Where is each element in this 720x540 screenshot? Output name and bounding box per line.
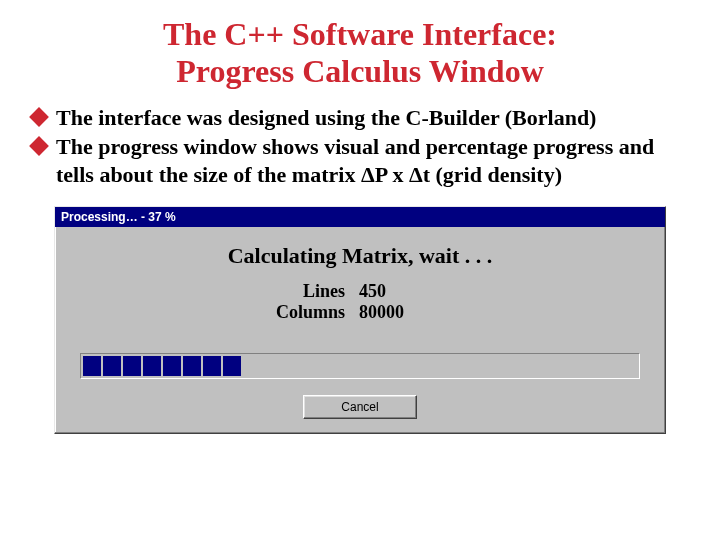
lines-row: Lines 450 — [225, 281, 495, 302]
columns-row: Columns 80000 — [225, 302, 495, 323]
progress-chunk — [163, 356, 181, 376]
bullet-text: The interface was designed using the C-B… — [56, 104, 690, 132]
button-row: Cancel — [65, 395, 655, 419]
bullet-text: The progress window shows visual and per… — [56, 133, 690, 188]
columns-value: 80000 — [359, 302, 404, 323]
dialog-titlebar: Processing… - 37 % — [55, 207, 665, 227]
dialog-body: Calculating Matrix, wait . . . Lines 450… — [55, 227, 665, 433]
bullet-item: The progress window shows visual and per… — [30, 133, 690, 188]
cancel-button[interactable]: Cancel — [303, 395, 417, 419]
title-line-2: Progress Calculus Window — [176, 53, 543, 89]
dialog-message: Calculating Matrix, wait . . . — [65, 243, 655, 269]
title-line-1: The C++ Software Interface: — [163, 16, 557, 52]
bullet-list: The interface was designed using the C-B… — [30, 104, 690, 189]
progress-dialog: Processing… - 37 % Calculating Matrix, w… — [54, 206, 666, 434]
columns-label: Columns — [225, 302, 359, 323]
diamond-bullet-icon — [29, 107, 49, 127]
matrix-stats: Lines 450 Columns 80000 — [225, 281, 495, 323]
diamond-bullet-icon — [29, 136, 49, 156]
progress-chunk — [103, 356, 121, 376]
progress-chunk — [123, 356, 141, 376]
progress-chunk — [223, 356, 241, 376]
progress-bar — [80, 353, 640, 379]
slide-title: The C++ Software Interface: Progress Cal… — [30, 16, 690, 90]
lines-label: Lines — [225, 281, 359, 302]
progress-chunk — [183, 356, 201, 376]
progress-chunk — [143, 356, 161, 376]
slide: The C++ Software Interface: Progress Cal… — [0, 0, 720, 434]
progress-chunk — [83, 356, 101, 376]
progress-chunk — [203, 356, 221, 376]
bullet-item: The interface was designed using the C-B… — [30, 104, 690, 132]
lines-value: 450 — [359, 281, 386, 302]
